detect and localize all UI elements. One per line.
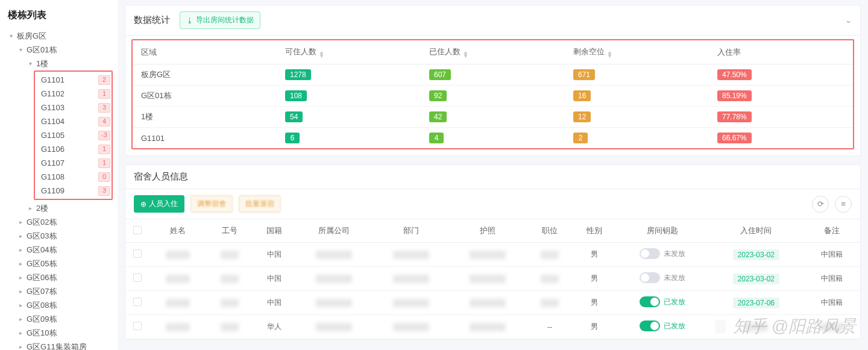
col-occupied[interactable]: 已住人数▲▼ <box>421 40 565 64</box>
key-switch[interactable] <box>640 248 660 259</box>
room-count-badge: 1 <box>98 145 110 154</box>
people-row[interactable]: nameid中国compdeptpassp男已发放2023-07-06中国籍 <box>125 291 860 315</box>
key-status-label: 未发放 <box>664 273 685 283</box>
redacted: name <box>166 275 190 283</box>
tree-room[interactable]: G11033 <box>36 101 110 114</box>
checkbox-all[interactable] <box>133 226 142 234</box>
col-gender[interactable]: 性别 <box>573 219 616 243</box>
tree-building[interactable]: ▸G区G11集装箱房 <box>5 340 113 350</box>
tree-floor-1[interactable]: ▾1楼 <box>5 57 113 70</box>
redacted: dept <box>393 275 429 283</box>
col-rate[interactable]: 入住率 <box>709 40 853 64</box>
col-key[interactable]: 房间钥匙 <box>615 219 709 243</box>
tree-room[interactable]: G11093 <box>36 184 110 198</box>
col-passport[interactable]: 护照 <box>450 219 527 243</box>
room-label: G1102 <box>41 89 98 99</box>
tree-room[interactable]: G1105-3 <box>36 128 110 142</box>
capacity-pill: 6 <box>285 133 300 143</box>
stats-row[interactable]: 板房G区127860767147.50% <box>133 64 853 86</box>
stats-table-highlight: 区域 可住人数▲▼ 已住人数▲▼ 剩余空位▲▼ 入住率 板房G区12786076… <box>131 39 854 149</box>
tree-room[interactable]: G11080 <box>36 170 110 184</box>
key-switch[interactable] <box>640 320 660 331</box>
col-pos[interactable]: 职位 <box>526 219 573 243</box>
redacted: pass <box>470 299 506 307</box>
tree-room[interactable]: G11021 <box>36 87 110 101</box>
stats-row[interactable]: G110164266.67% <box>133 128 853 149</box>
sort-icon: ▲▼ <box>319 51 324 58</box>
occupied-pill: 607 <box>429 69 451 80</box>
tree-floor-2[interactable]: ▸2楼 <box>5 201 113 215</box>
room-label: G1101 <box>41 75 98 85</box>
redacted: comp <box>316 251 352 259</box>
stats-row[interactable]: G区01栋108921685.19% <box>133 86 853 107</box>
room-label: G1109 <box>41 186 98 196</box>
export-stats-button[interactable]: ⭳ 导出房间统计数据 <box>180 11 260 29</box>
col-time[interactable]: 入住时间 <box>709 219 804 243</box>
key-switch[interactable] <box>640 296 660 307</box>
col-dept[interactable]: 部门 <box>373 219 450 243</box>
tree-building[interactable]: ▸G区08栋 <box>5 298 113 312</box>
redacted: pass <box>470 275 506 283</box>
tree-building[interactable]: ▸G区10栋 <box>5 326 113 340</box>
tree-building[interactable]: ▸G区04栋 <box>5 243 113 257</box>
people-row[interactable]: nameid中国compdeptpassp男未发放2023-03-02中国籍 <box>125 243 860 267</box>
col-capacity[interactable]: 可住人数▲▼ <box>277 40 421 64</box>
redacted: p <box>541 299 559 307</box>
col-emp[interactable]: 工号 <box>206 219 253 243</box>
col-name[interactable]: 姓名 <box>149 219 206 243</box>
col-remain[interactable]: 剩余空位▲▼ <box>565 40 709 64</box>
stats-table: 区域 可住人数▲▼ 已住人数▲▼ 剩余空位▲▼ 入住率 板房G区12786076… <box>133 40 853 148</box>
tree-building[interactable]: ▸G区05栋 <box>5 257 113 270</box>
stats-row[interactable]: 1楼54421277.78% <box>133 107 853 128</box>
tree-building[interactable]: ▸G区03栋 <box>5 229 113 243</box>
collapse-icon[interactable]: ⌄ <box>845 16 852 25</box>
room-count-badge: 4 <box>98 117 110 127</box>
capacity-pill: 108 <box>285 90 307 101</box>
sort-icon: ▲▼ <box>607 51 612 58</box>
row-checkbox[interactable] <box>133 322 142 330</box>
checkin-button[interactable]: ⊕人员入住 <box>134 195 184 213</box>
room-count-badge: 3 <box>98 103 110 113</box>
cell-gender: 男 <box>573 243 616 267</box>
tree-building-01[interactable]: ▾G区01栋 <box>5 43 113 57</box>
redacted: comp <box>316 275 352 283</box>
col-area[interactable]: 区域 <box>133 40 277 64</box>
people-row[interactable]: nameid华人compdeptpass--男已发放xxxxx <box>125 315 860 339</box>
tree-building[interactable]: ▸G区06栋 <box>5 270 113 284</box>
col-note[interactable]: 备注 <box>804 219 860 243</box>
people-row[interactable]: nameid中国compdeptpassp男未发放2023-03-02中国籍 <box>125 267 860 291</box>
adjust-dorm-button[interactable]: 调整宿舍 <box>190 195 233 213</box>
settings-button[interactable]: ≡ <box>835 196 852 213</box>
row-checkbox[interactable] <box>133 298 142 306</box>
key-switch[interactable] <box>640 272 660 283</box>
col-nation[interactable]: 国籍 <box>253 219 295 243</box>
cell-nation: 中国 <box>253 291 295 315</box>
tree-building[interactable]: ▸G区09栋 <box>5 312 113 326</box>
rate-pill: 77.78% <box>717 111 752 122</box>
tree-room[interactable]: G11071 <box>36 156 110 170</box>
batch-checkout-button[interactable]: 批量退宿 <box>239 195 281 213</box>
key-status-label: 已发放 <box>664 321 685 331</box>
redacted: pass <box>470 323 506 331</box>
row-checkbox[interactable] <box>133 273 142 282</box>
tree-building[interactable]: ▸G区07栋 <box>5 284 113 298</box>
col-company[interactable]: 所属公司 <box>295 219 373 243</box>
main-content: 数据统计 ⭳ 导出房间统计数据 ⌄ 区域 可住人数▲▼ 已住人数▲▼ 剩余空位▲… <box>118 0 868 350</box>
room-label: G1105 <box>41 130 98 140</box>
rate-pill: 85.19% <box>717 90 752 101</box>
tree-room[interactable]: G11061 <box>36 142 110 156</box>
caret-down-icon: ▾ <box>7 31 14 41</box>
col-checkbox[interactable] <box>125 219 149 243</box>
remain-pill: 2 <box>573 133 588 143</box>
refresh-button[interactable]: ⟳ <box>812 196 829 213</box>
row-checkbox[interactable] <box>133 249 142 258</box>
cell-gender: 男 <box>573 267 616 291</box>
tree-room[interactable]: G11012 <box>36 73 110 87</box>
tree-room[interactable]: G11044 <box>36 114 110 128</box>
tree-root[interactable]: ▾板房G区 <box>5 29 113 43</box>
tree-building[interactable]: ▸G区02栋 <box>5 215 113 229</box>
caret-right-icon: ▸ <box>17 272 24 283</box>
redacted: x <box>820 323 844 331</box>
date-tag: 2023-07-06 <box>733 298 779 308</box>
occupied-pill: 4 <box>429 133 444 143</box>
